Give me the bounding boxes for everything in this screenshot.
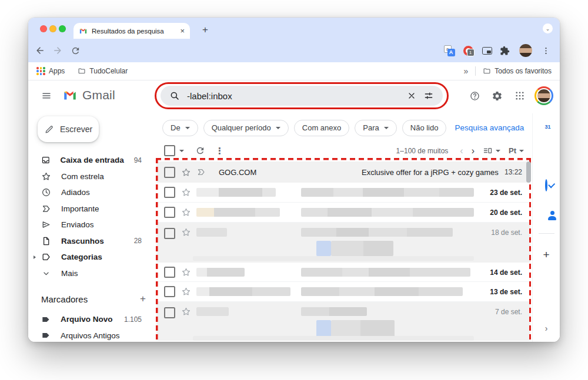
redacted-subject — [301, 287, 463, 296]
bookmark-all-favorites[interactable]: Todos os favoritos — [483, 67, 552, 75]
input-tools-toggle[interactable]: Pt — [509, 146, 524, 155]
search-icon[interactable] — [169, 90, 180, 101]
row-checkbox[interactable] — [164, 228, 175, 239]
redacted-subject — [301, 228, 453, 237]
select-all-checkbox[interactable] — [164, 145, 175, 156]
row-star-icon[interactable] — [181, 267, 191, 277]
more-options-icon[interactable]: ⋮ — [215, 146, 224, 156]
row-checkbox[interactable] — [164, 187, 175, 198]
row-checkbox[interactable] — [164, 207, 175, 218]
redacted-attachment-chip — [316, 241, 331, 256]
new-tab-button[interactable]: + — [198, 22, 213, 38]
select-caret-icon[interactable] — [179, 150, 184, 152]
sidebar-item-categories[interactable]: Categorias — [28, 249, 156, 265]
row-checkbox[interactable] — [164, 307, 175, 318]
clear-search-icon[interactable] — [407, 91, 416, 100]
email-row-redacted-expanded[interactable]: 7 de set. — [156, 302, 530, 341]
help-icon[interactable] — [467, 89, 482, 103]
filter-chip-any-period[interactable]: Qualquer período — [203, 120, 289, 136]
search-input[interactable]: -label:inbox — [187, 91, 400, 101]
forward-button[interactable] — [51, 43, 65, 58]
folder-icon — [483, 67, 491, 75]
sidebar-item-sent[interactable]: Enviados — [28, 217, 156, 233]
page-previous-icon[interactable]: ‹ — [460, 146, 463, 156]
row-checkbox[interactable] — [164, 286, 175, 297]
email-row-redacted[interactable]: 23 de set. — [156, 183, 530, 203]
advanced-search-link[interactable]: Pesquisa avançada — [455, 123, 524, 132]
bookmarks-separator — [475, 66, 476, 76]
extensions-puzzle-icon[interactable] — [497, 43, 512, 58]
translate-icon[interactable]: aA — [442, 43, 456, 58]
bookmarks-overflow-icon[interactable]: » — [463, 66, 468, 76]
add-label-icon[interactable]: + — [140, 293, 146, 305]
traffic-zoom-button[interactable] — [59, 25, 66, 32]
browser-tab[interactable]: Resultados da pesquisa × — [74, 23, 190, 39]
get-addons-icon[interactable]: + — [543, 248, 549, 261]
gmail-brand-text: Gmail — [82, 88, 115, 102]
filter-chip-from[interactable]: De — [162, 120, 198, 136]
tasks-icon[interactable] — [545, 180, 547, 191]
compose-button[interactable]: Escrever — [38, 116, 99, 142]
clock-icon — [41, 187, 51, 197]
side-panel-divider — [539, 233, 554, 234]
tab-search-chevron-icon[interactable]: ⌄ — [543, 23, 553, 33]
row-checkbox[interactable] — [164, 267, 175, 278]
sidebar-item-starred[interactable]: Com estrela — [28, 169, 156, 185]
settings-gear-icon[interactable] — [490, 89, 504, 103]
traffic-minimize-button[interactable] — [49, 25, 56, 32]
email-row-redacted[interactable]: 13 de set. — [156, 282, 530, 302]
extension-red-icon[interactable]: 1 — [461, 43, 475, 58]
gmail-logo[interactable]: Gmail — [62, 88, 115, 103]
pencil-icon — [44, 125, 54, 134]
split-pane-toggle[interactable] — [483, 146, 500, 156]
gmail-account-avatar[interactable] — [534, 86, 553, 105]
sidebar-item-more[interactable]: Mais — [28, 265, 156, 282]
row-star-icon[interactable] — [181, 227, 191, 237]
sidebar-item-important[interactable]: Importante — [28, 201, 156, 217]
redacted-sender — [196, 208, 280, 217]
email-row-redacted[interactable]: 20 de set. — [156, 203, 530, 223]
sidebar-label-arquivos-antigos[interactable]: Arquivos Antigos — [28, 328, 156, 342]
filter-chip-to[interactable]: Para — [355, 120, 396, 136]
search-options-icon[interactable] — [423, 90, 434, 101]
list-scrollbar-thumb[interactable] — [526, 162, 531, 183]
sidebar-label-arquivo-novo[interactable]: Arquivo Novo 1.105 — [28, 311, 156, 328]
refresh-icon[interactable] — [195, 146, 205, 156]
row-star-icon[interactable] — [181, 307, 191, 317]
traffic-close-button[interactable] — [40, 25, 47, 32]
tab-close-icon[interactable]: × — [180, 27, 185, 35]
picture-in-picture-icon[interactable] — [480, 43, 494, 58]
row-star-icon[interactable] — [181, 187, 191, 197]
page-next-icon[interactable]: › — [472, 146, 475, 156]
search-bar[interactable]: -label:inbox — [161, 86, 443, 106]
sidebar-item-inbox[interactable]: Caixa de entrada 94 — [28, 152, 156, 169]
bookmark-folder-tudocelular[interactable]: TudoCelular — [78, 67, 128, 75]
profile-avatar[interactable] — [519, 43, 533, 58]
back-button[interactable] — [33, 43, 47, 58]
main-menu-icon[interactable] — [39, 89, 54, 103]
row-star-icon[interactable] — [181, 207, 191, 217]
importance-marker-icon[interactable] — [196, 167, 206, 177]
search-results-area: De Qualquer período Com anexo Para Não l… — [156, 113, 532, 342]
email-row-redacted[interactable]: 14 de set. — [156, 263, 530, 282]
redacted-sender — [196, 268, 245, 277]
email-date: 7 de set. — [495, 308, 522, 316]
filter-chip-has-attachment[interactable]: Com anexo — [294, 120, 349, 136]
collapse-panel-icon[interactable]: › — [545, 324, 548, 333]
email-row-redacted-expanded[interactable]: 18 de set. — [156, 223, 530, 263]
browser-menu-icon[interactable] — [539, 43, 553, 58]
gmail-favicon-icon — [79, 26, 88, 35]
email-row-gog[interactable]: GOG.COM Exclusive offer for a jRPG + coz… — [156, 162, 530, 183]
sidebar-item-snoozed[interactable]: Adiados — [28, 184, 156, 201]
row-star-icon[interactable] — [181, 167, 191, 177]
reload-button[interactable] — [68, 43, 82, 58]
row-star-icon[interactable] — [181, 287, 191, 297]
bookmark-apps[interactable]: Apps — [36, 67, 65, 75]
google-apps-grid-icon[interactable] — [513, 89, 527, 103]
sidebar-item-drafts[interactable]: Rascunhos 28 — [28, 233, 156, 250]
all-favorites-label: Todos os favoritos — [495, 67, 552, 75]
filter-chip-unread[interactable]: Não lido — [402, 120, 447, 136]
bookmark-folder-label: TudoCelular — [89, 67, 128, 75]
expand-triangle-icon[interactable] — [34, 255, 36, 259]
row-checkbox[interactable] — [164, 167, 175, 178]
